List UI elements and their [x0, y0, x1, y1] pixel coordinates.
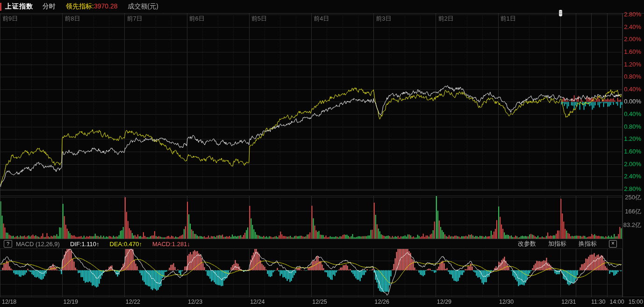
price-axis-tick: 1.20%	[624, 135, 641, 142]
price-axis-tick: 0.80%	[624, 73, 641, 80]
dif-text: DIF:1.110	[70, 241, 96, 248]
titlebar: 上证指数 分时 领先指标:3970.28 成交额(元)	[0, 0, 644, 13]
intraday-time-labels: 11:3014:0015:00	[591, 299, 643, 305]
date-label: 12/26	[375, 299, 389, 305]
volume-axis-tick: 250亿	[625, 193, 641, 202]
macd-dea-value: DEA:0.470↑	[110, 241, 142, 248]
close-icon[interactable]: ×	[609, 240, 617, 248]
active-indicator	[0, 3, 1, 11]
macd-dif-value: DIF:1.110↑	[70, 241, 100, 248]
date-label: 12/18	[2, 299, 16, 305]
time-label: 15:00	[629, 299, 643, 305]
price-axis-tick: 2.00%	[624, 36, 641, 43]
leading-indicator: 领先指标:3970.28	[66, 2, 118, 11]
date-label: 12/25	[312, 299, 327, 305]
volume-axis-tick: 166亿	[625, 207, 641, 216]
date-label: 12/23	[188, 299, 202, 305]
day-label: 前1日	[501, 15, 516, 23]
day-label: 前2日	[438, 15, 453, 23]
amount-label: 成交额(元)	[128, 2, 158, 11]
leading-value: 3970.28	[94, 2, 118, 10]
price-axis-tick: 2.00%	[624, 161, 641, 168]
day-label: 前9日	[2, 15, 18, 23]
price-axis-tick: 0.80%	[624, 123, 641, 130]
price-axis-tick: 1.60%	[624, 148, 641, 155]
macd-text: MACD:1.281	[152, 241, 187, 248]
volume-axis-tick: 83.2亿	[623, 221, 641, 229]
switch-indicator-button[interactable]: 换指标	[579, 240, 597, 248]
price-axis-tick: 0.00%	[624, 98, 641, 105]
date-label: 12/31	[561, 299, 576, 305]
macd-indicator-name[interactable]: MACD (12,26,9)	[16, 241, 60, 248]
down-arrow-icon: ↓	[187, 241, 190, 248]
day-label: 前4日	[314, 15, 329, 23]
change-params-button[interactable]: 改参数	[518, 240, 536, 248]
date-label: 12/19	[64, 299, 78, 305]
day-label: 前3日	[376, 15, 391, 23]
time-label: 14:00	[609, 299, 624, 305]
add-indicator-button[interactable]: 加指标	[548, 240, 566, 248]
day-label: 前8日	[64, 15, 80, 23]
date-label: 12/30	[499, 299, 514, 305]
price-axis-tick: 2.80%	[624, 11, 641, 18]
price-axis-tick: 2.80%	[624, 185, 641, 192]
up-arrow-icon: ↑	[96, 241, 100, 248]
price-axis-tick: 0.40%	[624, 110, 641, 117]
price-axis-tick: 1.20%	[624, 61, 641, 68]
period-tab-minute[interactable]: 分时	[43, 2, 56, 11]
day-label: 前6日	[189, 15, 205, 23]
date-label: 12/29	[437, 299, 451, 305]
day-label: 前5日	[251, 15, 267, 23]
macd-header: ? MACD (12,26,9) DIF:1.110↑ DEA:0.470↑ M…	[0, 239, 623, 249]
up-arrow-icon: ↑	[139, 241, 142, 248]
symbol-name: 上证指数	[5, 2, 33, 11]
price-axis-tick: 1.60%	[624, 48, 641, 55]
chart-canvas[interactable]	[0, 0, 644, 307]
date-label: 12/22	[126, 299, 140, 305]
price-axis-tick: 2.40%	[624, 173, 641, 180]
help-icon[interactable]: ?	[4, 240, 12, 248]
macd-hist-value: MACD:1.281↓	[152, 241, 190, 248]
date-label: 12/24	[250, 299, 265, 305]
stock-chart-app: 上证指数 分时 领先指标:3970.28 成交额(元) 前9日前8日前7日前6日…	[0, 0, 644, 307]
splitter-handle[interactable]	[559, 10, 562, 16]
leading-label: 领先指标:	[66, 2, 94, 10]
dea-text: DEA:0.470	[110, 241, 139, 248]
price-axis-tick: 2.40%	[624, 23, 641, 30]
price-axis-tick: 0.40%	[624, 86, 641, 93]
time-label: 11:30	[591, 299, 605, 305]
day-label: 前7日	[127, 15, 142, 23]
